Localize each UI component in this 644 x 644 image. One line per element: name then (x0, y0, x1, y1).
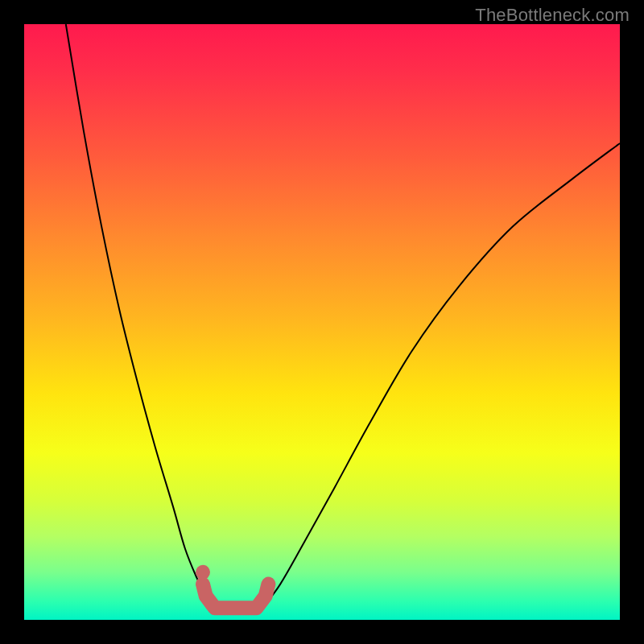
watermark-text: TheBottleneck.com (475, 5, 630, 26)
curve-left (66, 24, 215, 608)
chart-plot-area (24, 24, 620, 620)
bottleneck-dot-marker (196, 565, 210, 580)
curve-right (262, 143, 620, 608)
chart-overlay-svg (24, 24, 620, 620)
bottleneck-u-marker (203, 584, 268, 609)
